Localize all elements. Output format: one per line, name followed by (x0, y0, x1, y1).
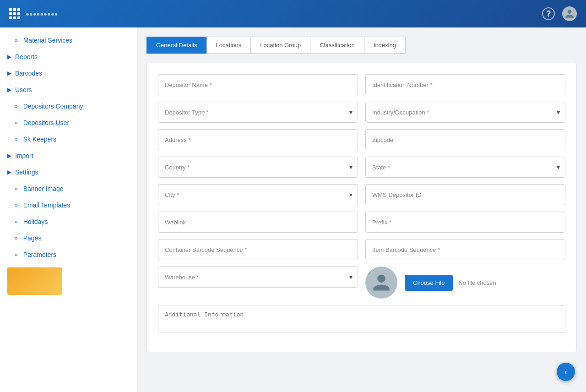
sidebar-item-label: Depositors Company (23, 103, 83, 110)
address-input[interactable] (158, 129, 358, 150)
wms-depositor-id-input[interactable] (365, 184, 565, 205)
arrow-icon: ▶ (7, 152, 11, 159)
industry-occupation-field: Industry/Occupation * ▾ (365, 102, 565, 123)
weblink-input[interactable] (158, 212, 358, 233)
form-card: Depositor Type * ▾ Industry/Occupation *… (146, 63, 577, 352)
item-barcode-sequence-input[interactable] (365, 239, 565, 260)
tab-bar: General Details Locations Location Group… (146, 37, 577, 54)
sidebar-item-banner-image[interactable]: » Banner Image (0, 180, 137, 197)
additional-information-field (158, 305, 565, 334)
arrow-icon: ▶ (7, 54, 11, 60)
zipcode-input[interactable] (365, 129, 565, 150)
sidebar-item-pages[interactable]: » Pages (0, 230, 137, 246)
sidebar-item-label: Email Templates (23, 201, 70, 209)
sidebar-item-settings[interactable]: ▶ Settings (0, 164, 137, 180)
wms-depositor-id-field (365, 184, 565, 205)
additional-information-input[interactable] (158, 305, 565, 332)
state-field: State * ▾ (365, 157, 565, 178)
sidebar-item-import[interactable]: ▶ Import (0, 147, 137, 164)
form-row-1 (158, 74, 565, 95)
double-arrow-icon: » (15, 202, 18, 208)
identification-number-input[interactable] (365, 74, 565, 95)
form-row-7 (158, 239, 565, 260)
arrow-icon: ▶ (7, 70, 11, 76)
sidebar-item-holidays[interactable]: » Holidays (0, 213, 137, 230)
profile-avatar-placeholder (365, 267, 397, 299)
identification-number-field (365, 74, 565, 95)
city-field: City * ▾ (158, 184, 358, 205)
zipcode-field (365, 129, 565, 150)
city-select[interactable]: City * (158, 184, 358, 205)
sidebar-item-label: Material Services (23, 37, 72, 44)
country-select[interactable]: Country * (158, 157, 358, 178)
file-upload-field: Choose File No file chosen (365, 267, 565, 299)
form-row-3 (158, 129, 565, 150)
depositor-type-select[interactable]: Depositor Type * (158, 102, 358, 123)
double-arrow-icon: » (15, 218, 18, 225)
city-select-wrapper: City * ▾ (158, 184, 358, 205)
form-row-5: City * ▾ (158, 184, 565, 205)
address-field (158, 129, 358, 150)
state-select[interactable]: State * (365, 157, 565, 178)
tab-general-details[interactable]: General Details (146, 37, 206, 54)
sidebar-item-parameters[interactable]: » Parameters (0, 246, 137, 263)
grid-menu-icon[interactable] (9, 8, 20, 19)
sidebar-item-barcodes[interactable]: ▶ Barcodes (0, 65, 137, 82)
avatar[interactable] (562, 6, 577, 21)
country-field: Country * ▾ (158, 157, 358, 178)
double-arrow-icon: » (15, 120, 18, 126)
industry-occupation-select[interactable]: Industry/Occupation * (365, 102, 565, 123)
container-barcode-sequence-input[interactable] (158, 239, 358, 260)
warehouse-select[interactable]: Warehouse * (158, 267, 358, 288)
sidebar-item-reports[interactable]: ▶ Reports (0, 49, 137, 65)
sidebar: » Material Services ▶ Reports ▶ Barcodes… (0, 27, 137, 392)
sidebar-item-label: Parameters (23, 251, 56, 258)
container-barcode-sequence-field (158, 239, 358, 260)
depositor-type-select-wrapper: Depositor Type * ▾ (158, 102, 358, 123)
sidebar-item-label: Holidays (23, 218, 48, 225)
sidebar-item-label: Banner Image (23, 185, 64, 192)
main-layout: » Material Services ▶ Reports ▶ Barcodes… (0, 27, 586, 392)
sidebar-item-material-services[interactable]: » Material Services (0, 32, 137, 49)
choose-file-button[interactable]: Choose File (405, 275, 453, 291)
tab-indexing[interactable]: Indexing (364, 37, 406, 54)
app-title: ●●●●●●●●● (26, 11, 58, 17)
arrow-icon: ▶ (7, 169, 11, 175)
form-row-4: Country * ▾ State * ▾ (158, 157, 565, 178)
prefix-field (365, 212, 565, 233)
sidebar-item-sk-keepers[interactable]: » Sk Keepers (0, 131, 137, 147)
sidebar-item-depositors-company[interactable]: » Depositors Company (0, 98, 137, 114)
topnav-right: ? (542, 6, 577, 21)
item-barcode-sequence-field (365, 239, 565, 260)
topnav-left: ●●●●●●●●● (9, 8, 58, 19)
depositor-name-input[interactable] (158, 74, 358, 95)
prefix-input[interactable] (365, 212, 565, 233)
depositor-type-field: Depositor Type * ▾ (158, 102, 358, 123)
form-row-2: Depositor Type * ▾ Industry/Occupation *… (158, 102, 565, 123)
sidebar-item-label: Pages (23, 234, 42, 242)
form-row-6 (158, 212, 565, 233)
top-navigation: ●●●●●●●●● ? (0, 0, 586, 27)
tab-locations[interactable]: Locations (206, 37, 251, 54)
file-controls: Choose File No file chosen (405, 275, 496, 291)
sidebar-item-users[interactable]: ▶ Users (0, 82, 137, 98)
collapse-sidebar-button[interactable]: ‹ (557, 363, 575, 381)
tab-location-group[interactable]: Location Group (250, 37, 310, 54)
double-arrow-icon: » (15, 235, 18, 241)
help-button[interactable]: ? (542, 7, 555, 20)
sidebar-item-label: Users (15, 86, 32, 93)
double-arrow-icon: » (15, 251, 18, 258)
no-file-chosen-label: No file chosen (458, 279, 496, 286)
sidebar-item-label: Reports (15, 53, 38, 60)
state-select-wrapper: State * ▾ (365, 157, 565, 178)
arrow-icon: ▶ (7, 87, 11, 93)
sidebar-item-email-templates[interactable]: » Email Templates (0, 197, 137, 213)
form-row-8: Warehouse * ▾ Choose File No file chosen (158, 267, 565, 299)
country-select-wrapper: Country * ▾ (158, 157, 358, 178)
sidebar-item-label: Import (15, 152, 33, 159)
tab-classification[interactable]: Classification (310, 37, 364, 54)
double-arrow-icon: » (15, 103, 18, 109)
sidebar-item-label: Sk Keepers (23, 136, 56, 143)
sidebar-item-depositors-user[interactable]: » Depositors User (0, 114, 137, 131)
warehouse-field: Warehouse * ▾ (158, 267, 358, 299)
